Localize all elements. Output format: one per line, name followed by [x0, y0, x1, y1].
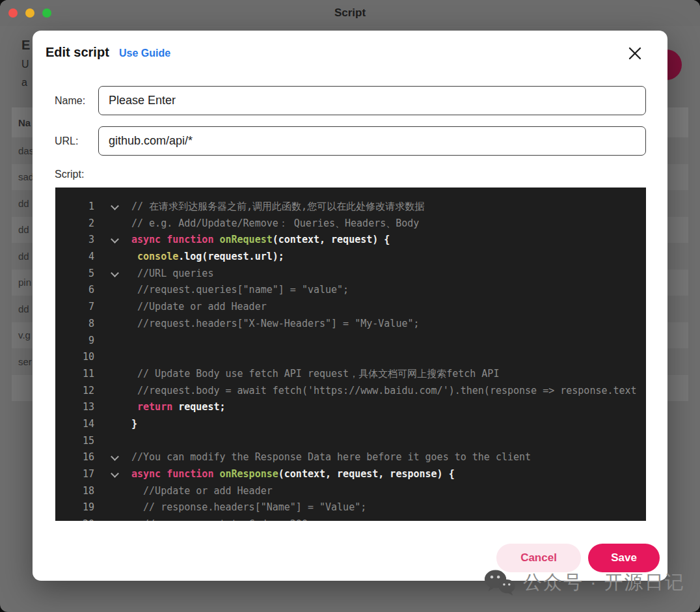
gutter-fold-column	[94, 383, 131, 400]
code-lines: 1// 在请求到达服务器之前,调用此函数,您可以在此处修改请求数据2// e.g…	[55, 188, 646, 521]
line-number: 5	[55, 266, 94, 283]
background-partial-text: a	[21, 77, 27, 89]
line-number: 4	[55, 249, 94, 266]
gutter-fold-column	[94, 433, 131, 450]
fold-chevron-down-icon[interactable]	[111, 236, 119, 244]
code-text: //URL queries	[131, 266, 213, 283]
code-text: //request.queries["name"] = "value";	[131, 282, 349, 299]
gutter-fold-column	[94, 299, 131, 316]
code-text: // response.headers["Name"] = "Value";	[131, 499, 366, 516]
traffic-lights	[8, 8, 51, 18]
app-screen: Script E U a Na dassadddddddpinddv.gser …	[0, 0, 700, 612]
code-line: 3async function onRequest(context, reque…	[55, 232, 646, 249]
gutter-fold-column	[94, 483, 131, 500]
code-line: 18 //Update or add Header	[55, 483, 646, 500]
gutter-fold-column	[94, 282, 131, 299]
code-line: 16//You can modify the Response Data her…	[55, 449, 646, 466]
code-text: async function onRequest(context, reques…	[131, 232, 390, 249]
code-line: 6 //request.queries["name"] = "value";	[55, 282, 646, 299]
minimize-window-button[interactable]	[25, 8, 34, 18]
background-partial-text: U	[21, 59, 29, 70]
gutter-fold-column	[94, 466, 131, 483]
code-line: 14}	[55, 416, 646, 433]
close-window-button[interactable]	[8, 8, 18, 18]
code-text: //You can modify the Response Data here …	[131, 449, 531, 466]
code-text: //Update or add Header	[131, 483, 273, 500]
gutter-fold-column	[94, 333, 131, 350]
gutter-fold-column	[94, 516, 131, 521]
line-number: 19	[55, 499, 94, 516]
line-number: 3	[55, 232, 94, 249]
code-line: 17async function onResponse(context, req…	[55, 466, 646, 483]
url-input[interactable]	[98, 126, 646, 156]
code-line: 12 //request.body = await fetch('https:/…	[55, 383, 646, 400]
gutter-fold-column	[94, 249, 131, 266]
code-text: console.log(request.url);	[131, 249, 284, 266]
code-text: //request.headers["X-New-Headers"] = "My…	[131, 316, 420, 333]
wechat-icon	[484, 569, 515, 596]
code-text: return request;	[131, 399, 226, 416]
watermark-text: 公众号 · 开源日记	[523, 570, 685, 596]
fold-chevron-down-icon[interactable]	[111, 202, 119, 210]
script-label: Script:	[55, 169, 84, 180]
name-label: Name:	[55, 95, 85, 107]
use-guide-link[interactable]: Use Guide	[119, 48, 170, 59]
code-line: 15	[55, 433, 646, 450]
line-number: 7	[55, 299, 94, 316]
gutter-fold-column	[94, 232, 131, 249]
gutter-fold-column	[94, 399, 131, 416]
code-line: 13 return request;	[55, 399, 646, 416]
code-line: 9	[55, 333, 646, 350]
code-text: // response.statusCode = 200;	[131, 516, 314, 521]
edit-script-modal: Edit script Use Guide Name: URL: Script:…	[33, 31, 667, 581]
gutter-fold-column	[94, 216, 131, 232]
gutter-fold-column	[94, 416, 131, 433]
fold-chevron-down-icon[interactable]	[111, 469, 119, 478]
code-line: 8 //request.headers["X-New-Headers"] = "…	[55, 316, 646, 333]
code-editor[interactable]: 1// 在请求到达服务器之前,调用此函数,您可以在此处修改请求数据2// e.g…	[55, 188, 646, 521]
modal-title: Edit script	[46, 45, 109, 60]
gutter-fold-column	[94, 199, 131, 216]
line-number: 10	[55, 349, 94, 366]
line-number: 8	[55, 316, 94, 333]
code-line: 10	[55, 349, 646, 366]
window-titlebar: Script	[0, 0, 700, 26]
code-text: //request.body = await fetch('https://ww…	[131, 383, 637, 400]
line-number: 13	[55, 399, 94, 416]
line-number: 17	[55, 466, 94, 483]
line-number: 18	[55, 483, 94, 500]
name-input[interactable]	[98, 86, 646, 115]
gutter-fold-column	[94, 316, 131, 333]
line-number: 6	[55, 282, 94, 299]
code-line: 5 //URL queries	[55, 266, 646, 283]
gutter-fold-column	[94, 449, 131, 466]
line-number: 9	[55, 333, 94, 350]
fold-chevron-down-icon[interactable]	[111, 269, 119, 277]
gutter-fold-column	[94, 349, 131, 366]
line-number: 2	[55, 216, 94, 232]
gutter-fold-column	[94, 266, 131, 283]
line-number: 15	[55, 433, 94, 450]
code-line: 1// 在请求到达服务器之前,调用此函数,您可以在此处修改请求数据	[55, 199, 646, 216]
code-line: 4 console.log(request.url);	[55, 249, 646, 266]
code-text: //Update or add Header	[131, 299, 267, 316]
close-modal-button[interactable]	[625, 44, 645, 63]
code-line: 20 // response.statusCode = 200;	[55, 516, 646, 521]
line-number: 16	[55, 449, 94, 466]
gutter-fold-column	[94, 499, 131, 516]
background-partial-heading: E	[21, 38, 30, 53]
zoom-window-button[interactable]	[42, 8, 51, 18]
line-number: 20	[55, 516, 94, 521]
close-icon	[628, 46, 642, 61]
window-title: Script	[334, 7, 366, 20]
save-button[interactable]: Save	[588, 544, 660, 572]
gutter-fold-column	[94, 366, 131, 383]
code-text: // Update Body use fetch API request，具体文…	[131, 366, 499, 383]
code-text: }	[131, 416, 137, 433]
cancel-button[interactable]: Cancel	[496, 544, 581, 572]
code-line: 11 // Update Body use fetch API request，…	[55, 366, 646, 383]
code-text: // 在请求到达服务器之前,调用此函数,您可以在此处修改请求数据	[131, 199, 424, 216]
line-number: 12	[55, 383, 94, 400]
watermark: 公众号 · 开源日记	[484, 569, 685, 596]
fold-chevron-down-icon[interactable]	[111, 452, 119, 461]
